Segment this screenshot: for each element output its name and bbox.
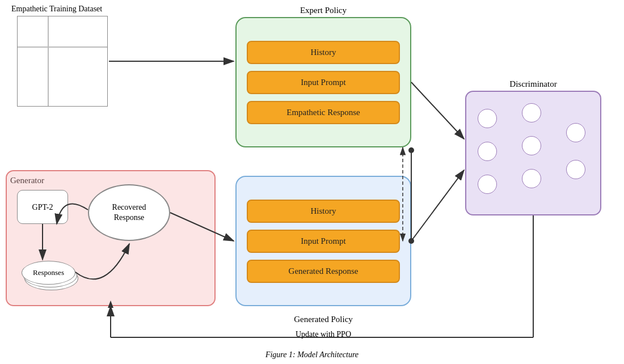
generated-input-prompt-box: Input Prompt [247,230,400,253]
svg-line-4 [411,82,464,139]
diagram-container: Empathetic Training Dataset Expert Polic… [0,0,624,364]
nn-node [522,136,541,155]
svg-line-8 [411,170,464,241]
responses-ellipse-front: Responses [22,261,75,285]
nn-node [478,175,497,194]
dataset-title: Empathetic Training Dataset [11,5,102,14]
expert-policy-label: Expert Policy [238,6,408,15]
ppo-label: Update with PPO [235,330,411,339]
discriminator-box [465,91,601,215]
recovered-response-box: RecoveredResponse [88,184,170,241]
expert-policy-box: History Input Prompt Empathetic Response [235,17,411,147]
nn-node [522,103,541,122]
generated-response-box: Generated Response [247,260,400,283]
expert-empathetic-response-box: Empathetic Response [247,101,400,124]
recovered-response-label: RecoveredResponse [112,202,146,223]
generated-policy-box: History Input Prompt Generated Response [235,176,411,306]
svg-point-5 [408,147,414,153]
expert-history-box: History [247,41,400,64]
nn-node [478,109,497,128]
nn-node [566,160,585,179]
nn-node [522,169,541,188]
discriminator-label: Discriminator [471,79,596,89]
nn-node [566,123,585,142]
responses-label: Responses [33,268,64,277]
dataset-grid [17,16,108,107]
nn-node [478,142,497,161]
figure-caption: Figure 1: Model Architecture [0,350,624,359]
gpt2-box: GPT-2 [17,190,68,224]
generated-policy-label: Generated Policy [238,315,408,324]
expert-input-prompt-box: Input Prompt [247,71,400,94]
generated-history-box: History [247,200,400,223]
